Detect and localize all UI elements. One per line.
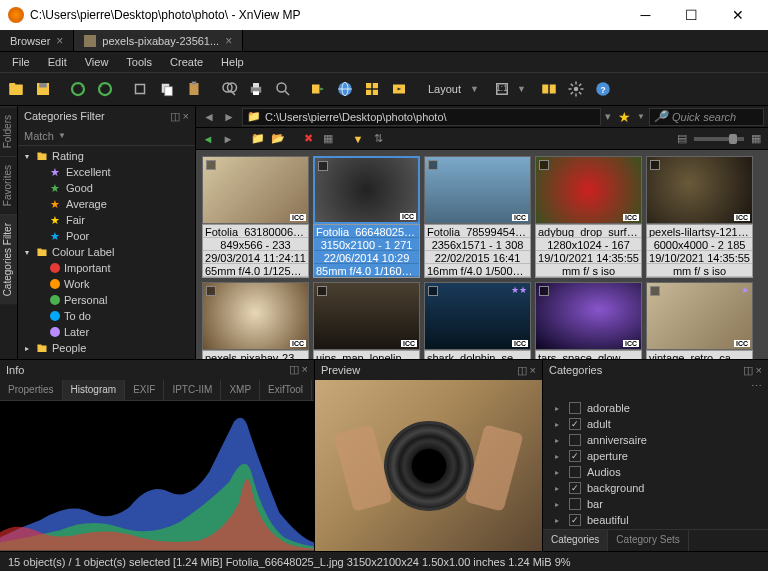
thumbnail-image[interactable]: ICC [535,156,642,224]
slideshow-icon[interactable] [387,77,411,101]
delete-icon[interactable]: ✖ [300,131,316,147]
expander-icon[interactable]: ▸ [555,500,563,509]
menu-file[interactable]: File [4,54,38,70]
menu-view[interactable]: View [77,54,117,70]
tree-node[interactable]: ★Poor [18,228,195,244]
view-large-icon[interactable]: ▦ [748,131,764,147]
expander-icon[interactable]: ▸ [555,436,563,445]
folder-up-icon[interactable]: 📁 [250,131,266,147]
expander-icon[interactable]: ▸ [555,452,563,461]
checkbox[interactable] [539,160,549,170]
thumbnail-cell[interactable]: ICC tars_space_glow_planet_99... 1920x10… [535,282,642,359]
thumbnail-image[interactable]: ★★ICC [424,282,531,350]
menu-tools[interactable]: Tools [118,54,160,70]
checkbox[interactable] [569,434,581,446]
tab-image[interactable]: pexels-pixabay-23561... × [74,30,243,51]
category-item[interactable]: ▸✓beautiful [547,512,764,528]
sidetab-categories-filter[interactable]: Categories Filter [0,214,17,304]
subtab-categories[interactable]: Categories [543,530,608,551]
undock-icon[interactable]: ◫ [289,363,299,376]
thumbnail-cell[interactable]: ★ICC vintage_retro_camera_1265... 3840x2… [646,282,753,359]
nav-back-icon[interactable]: ◄ [200,108,218,126]
chevron-down-icon[interactable]: ▼ [637,112,645,121]
close-icon[interactable]: × [530,364,536,377]
chevron-down-icon[interactable]: ▼ [470,84,479,94]
rotate-left-icon[interactable] [93,77,117,101]
thumbnail-cell[interactable]: ICC pexels-lilartsy-1213447.jpg 6000x400… [646,156,753,278]
back-arrow-icon[interactable]: ◄ [200,131,216,147]
more-icon[interactable]: ⋯ [751,380,762,393]
tree-node[interactable]: ★Good [18,180,195,196]
sidetab-favorites[interactable]: Favorites [0,156,17,214]
checkbox[interactable] [317,286,327,296]
category-item[interactable]: ▸bar [547,496,764,512]
checkbox[interactable] [206,160,216,170]
close-icon[interactable]: × [56,34,63,48]
undock-icon[interactable]: ◫ [170,110,180,123]
new-folder-icon[interactable]: 📂 [270,131,286,147]
chevron-down-icon[interactable]: ▼ [58,131,66,140]
layout-label[interactable]: Layout [422,83,467,95]
forward-arrow-icon[interactable]: ► [220,131,236,147]
category-item[interactable]: ▸Audios [547,464,764,480]
refresh-icon[interactable] [66,77,90,101]
chevron-down-icon[interactable]: ▾ [605,110,611,123]
checkbox[interactable] [318,161,328,171]
sidetab-folders[interactable]: Folders [0,106,17,156]
convert-icon[interactable] [306,77,330,101]
category-item[interactable]: ▸✓background [547,480,764,496]
thumbnail-cell[interactable]: ★★ICC shark_dolphin_sea_130036... 2364x2… [424,282,531,359]
checkbox[interactable]: ✓ [569,514,581,526]
checkbox[interactable] [650,286,660,296]
checkbox[interactable]: ✓ [569,482,581,494]
info-tab-exiftool[interactable]: ExifTool [260,380,312,401]
category-item[interactable]: ▸anniversaire [547,432,764,448]
thumbnail-cell[interactable]: ICC Fotolia_63180006_S.jpg 849x566 - 233… [202,156,309,278]
expander-icon[interactable]: ▸ [555,404,563,413]
info-tab-xmp[interactable]: XMP [221,380,260,401]
subtab-category-sets[interactable]: Category Sets [608,530,688,551]
expander-icon[interactable]: ▸ [22,344,32,353]
undock-icon[interactable]: ◫ [517,364,527,377]
zoom-icon[interactable] [271,77,295,101]
checkbox[interactable] [650,160,660,170]
checkbox[interactable] [428,160,438,170]
checkbox[interactable] [539,286,549,296]
thumbnail-image[interactable]: ICC [313,156,420,224]
copy-icon[interactable] [155,77,179,101]
info-tab-properties[interactable]: Properties [0,380,63,401]
tree-node[interactable]: Later [18,324,195,340]
category-item[interactable]: ▸adorable [547,400,764,416]
expander-icon[interactable]: ▾ [22,152,32,161]
thumbnail-image[interactable]: ICC [646,156,753,224]
thumbnail-cell[interactable]: ICC Fotolia_66648025_L.jpg 3150x2100 - 1… [313,156,420,278]
tree-node[interactable]: Important [18,260,195,276]
tree-node[interactable]: Personal [18,292,195,308]
tree-node[interactable]: Work [18,276,195,292]
expander-icon[interactable]: ▾ [22,248,32,257]
thumbnail-cell[interactable]: ICC Fotolia_78599454_L.jpg 2356x1571 - 1… [424,156,531,278]
web-icon[interactable] [333,77,357,101]
close-icon[interactable]: × [756,364,762,377]
paste-icon[interactable] [182,77,206,101]
save-icon[interactable] [31,77,55,101]
menu-edit[interactable]: Edit [40,54,75,70]
expander-icon[interactable]: ▸ [555,468,563,477]
help-icon[interactable]: ? [591,77,615,101]
undock-icon[interactable]: ◫ [743,364,753,377]
menu-help[interactable]: Help [213,54,252,70]
tab-browser[interactable]: Browser × [0,30,74,51]
contact-sheet-icon[interactable] [360,77,384,101]
checkbox[interactable] [206,286,216,296]
thumbnail-image[interactable]: ★ICC [646,282,753,350]
settings-icon[interactable] [564,77,588,101]
filter-icon[interactable]: ▼ [350,131,366,147]
close-icon[interactable]: × [225,34,232,48]
category-item[interactable]: ▸✓aperture [547,448,764,464]
thumbnail-size-slider[interactable] [694,137,744,141]
open-file-icon[interactable] [4,77,28,101]
expander-icon[interactable]: ▸ [555,420,563,429]
checkbox[interactable] [569,402,581,414]
fit-icon[interactable]: 1:1 [490,77,514,101]
thumbnail-image[interactable]: ICC [424,156,531,224]
